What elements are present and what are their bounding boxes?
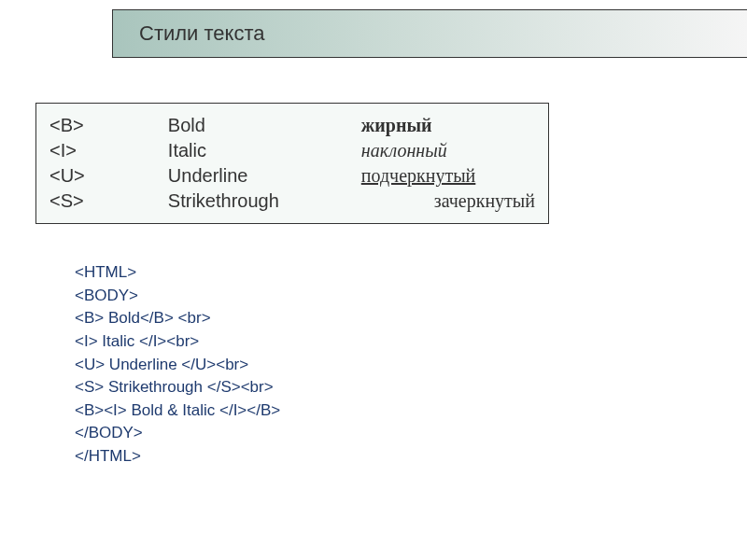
cell-eng: Underline: [168, 163, 361, 189]
rus-bold-text: жирный: [361, 115, 432, 135]
code-line: <B><I> Bold & Italic </I></B>: [75, 399, 280, 423]
code-line: <HTML>: [75, 261, 280, 285]
code-line: <BODY>: [75, 285, 280, 308]
rus-underline-text: подчеркнутый: [361, 165, 476, 186]
cell-tag: <S>: [49, 189, 168, 214]
cell-tag: <I>: [49, 138, 168, 163]
cell-tag: <B>: [49, 113, 168, 138]
table-row: <U> Underline подчеркнутый: [49, 163, 535, 189]
styles-table-inner: <B> Bold жирный <I> Italic наклонный <U>…: [49, 113, 535, 214]
header-bar: Стили текста: [112, 9, 747, 58]
cell-tag: <U>: [49, 163, 168, 189]
code-line: <B> Bold</B> <br>: [75, 307, 280, 330]
code-line: <S> Strikethrough </S><br>: [75, 376, 280, 399]
code-block: <HTML> <BODY> <B> Bold</B> <br> <I> Ital…: [75, 261, 280, 469]
cell-eng: Strikethrough: [168, 189, 361, 214]
cell-rus: подчеркнутый: [361, 163, 535, 189]
cell-eng: Bold: [168, 113, 361, 138]
code-line: <I> Italic </I><br>: [75, 330, 280, 354]
code-line: <U> Underline </U><br>: [75, 354, 280, 377]
cell-eng: Italic: [168, 138, 361, 163]
cell-rus: зачеркнутый: [361, 189, 535, 214]
table-row: <I> Italic наклонный: [49, 138, 535, 163]
rus-plain-text: зачеркнутый: [361, 190, 535, 212]
table-row: <B> Bold жирный: [49, 113, 535, 138]
header-title: Стили текста: [139, 21, 265, 46]
cell-rus: наклонный: [361, 138, 535, 163]
cell-rus: жирный: [361, 113, 535, 138]
code-line: </HTML>: [75, 445, 280, 469]
table-row: <S> Strikethrough зачеркнутый: [49, 189, 535, 214]
styles-table: <B> Bold жирный <I> Italic наклонный <U>…: [35, 103, 549, 224]
code-line: </BODY>: [75, 422, 280, 445]
rus-italic-text: наклонный: [361, 140, 447, 161]
